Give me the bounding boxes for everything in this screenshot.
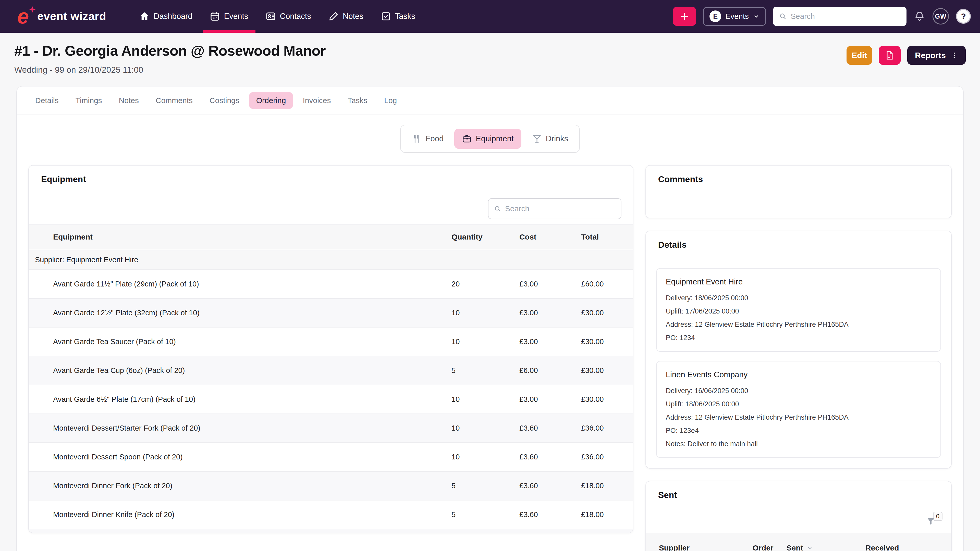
brand-logo-icon: e xyxy=(16,6,35,27)
item-total: £36.00 xyxy=(581,453,633,461)
equipment-search-input[interactable] xyxy=(505,204,615,213)
table-row[interactable]: Avant Garde 11½" Plate (29cm) (Pack of 1… xyxy=(29,269,633,298)
item-name: Monteverdi Dinner Fork (Pack of 20) xyxy=(29,482,452,490)
table-row[interactable]: Monteverdi Dinner Knife (Pack of 20) 5 £… xyxy=(29,500,633,529)
column-quantity: Quantity xyxy=(452,233,519,241)
item-name: Monteverdi Dessert Spoon (Pack of 20) xyxy=(29,453,452,461)
page-title: #1 - Dr. Georgia Anderson @ Rosewood Man… xyxy=(14,42,326,59)
segment-drinks[interactable]: Drinks xyxy=(525,129,576,149)
context-badge: E xyxy=(710,11,721,22)
nav-item-notes[interactable]: Notes xyxy=(320,0,372,33)
item-total: £18.00 xyxy=(581,510,633,519)
funnel-icon[interactable] xyxy=(926,517,935,526)
nav-label: Dashboard xyxy=(154,12,192,21)
item-total: £60.00 xyxy=(581,280,633,288)
supplier-address: Address: 12 Glenview Estate Pitlochry Pe… xyxy=(666,320,931,329)
item-cost: £3.60 xyxy=(519,424,581,432)
nav-item-events[interactable]: Events xyxy=(201,0,257,33)
supplier-delivery: Delivery: 18/06/2025 00:00 xyxy=(666,293,931,303)
item-cost: £3.00 xyxy=(519,309,581,317)
tab-log[interactable]: Log xyxy=(377,92,404,109)
sent-card: Sent 0 Supplier Order Sent xyxy=(646,481,952,551)
nav-item-dashboard[interactable]: Dashboard xyxy=(130,0,201,33)
app-header: e event wizard Dashboard Events xyxy=(0,0,980,33)
item-total: £36.00 xyxy=(581,424,633,432)
details-card-title: Details xyxy=(658,240,939,250)
item-cost: £3.60 xyxy=(519,510,581,519)
bell-icon[interactable] xyxy=(914,11,925,22)
help-button[interactable]: ? xyxy=(956,9,971,24)
document-button[interactable] xyxy=(879,46,900,65)
table-row[interactable]: Monteverdi Dessert Spoon (Pack of 20) 10… xyxy=(29,442,633,471)
item-quantity: 5 xyxy=(452,366,519,375)
user-avatar[interactable]: GW xyxy=(932,8,949,24)
search-icon xyxy=(779,12,787,21)
table-row[interactable]: Monteverdi Dinner Fork (Pack of 20) 5 £3… xyxy=(29,471,633,500)
page-header: #1 - Dr. Georgia Anderson @ Rosewood Man… xyxy=(14,42,966,75)
item-name: Avant Garde Tea Saucer (Pack of 10) xyxy=(29,338,452,346)
nav-label: Events xyxy=(224,12,248,21)
item-quantity: 10 xyxy=(452,453,519,461)
sent-column-order: Order xyxy=(752,544,787,551)
table-row[interactable]: Avant Garde 12½" Plate (32cm) (Pack of 1… xyxy=(29,298,633,327)
column-cost: Cost xyxy=(519,233,581,241)
tab-invoices[interactable]: Invoices xyxy=(296,92,338,109)
supplier-po: PO: 1234 xyxy=(666,333,931,343)
header-actions: E Events GW ? xyxy=(673,0,971,33)
table-row[interactable]: Avant Garde 6½" Plate (17cm) (Pack of 10… xyxy=(29,385,633,413)
ordering-category-switcher: Food Equipment Drinks xyxy=(17,125,963,153)
brand-logo[interactable]: e event wizard xyxy=(16,0,106,33)
nav-item-contacts[interactable]: Contacts xyxy=(257,0,320,33)
segment-label: Equipment xyxy=(476,134,514,143)
edit-button[interactable]: Edit xyxy=(846,46,872,65)
tab-costings[interactable]: Costings xyxy=(202,92,247,109)
event-panel: Details Timings Notes Comments Costings … xyxy=(16,86,964,551)
segment-food[interactable]: Food xyxy=(404,129,452,149)
page-subtitle: Wedding - 99 on 29/10/2025 11:00 xyxy=(14,65,326,75)
tab-details[interactable]: Details xyxy=(28,92,66,109)
table-row-partial xyxy=(29,529,633,533)
sent-column-sent[interactable]: Sent xyxy=(787,544,865,551)
contact-card-icon xyxy=(266,11,276,21)
equipment-card-title: Equipment xyxy=(41,174,620,184)
tab-notes[interactable]: Notes xyxy=(112,92,146,109)
tab-timings[interactable]: Timings xyxy=(68,92,109,109)
segment-equipment[interactable]: Equipment xyxy=(454,129,521,149)
segmented-control: Food Equipment Drinks xyxy=(400,125,580,153)
equipment-card: Equipment Equipment Quantity Cost Total … xyxy=(28,165,633,533)
cocktail-icon xyxy=(532,134,542,144)
item-quantity: 10 xyxy=(452,309,519,317)
home-icon xyxy=(139,11,150,21)
item-cost: £3.60 xyxy=(519,453,581,461)
reports-button[interactable]: Reports xyxy=(907,46,966,65)
table-row[interactable]: Monteverdi Dessert/Starter Fork (Pack of… xyxy=(29,413,633,442)
column-total: Total xyxy=(581,233,633,241)
tab-tasks[interactable]: Tasks xyxy=(341,92,375,109)
global-search-input[interactable] xyxy=(791,12,900,21)
item-total: £30.00 xyxy=(581,338,633,346)
nav-item-tasks[interactable]: Tasks xyxy=(372,0,424,33)
add-button[interactable] xyxy=(673,7,696,26)
search-icon xyxy=(494,205,501,213)
supplier-details-block: Linen Events Company Delivery: 16/06/202… xyxy=(656,361,941,458)
plus-icon xyxy=(679,11,690,22)
main-nav: Dashboard Events Contacts xyxy=(130,0,424,33)
event-tabs: Details Timings Notes Comments Costings … xyxy=(17,86,963,115)
item-cost: £3.00 xyxy=(519,395,581,403)
supplier-delivery: Delivery: 16/06/2025 00:00 xyxy=(666,386,931,395)
chevron-down-icon xyxy=(807,545,813,551)
supplier-uplift: Uplift: 17/06/2025 00:00 xyxy=(666,306,931,316)
table-row[interactable]: Avant Garde Tea Cup (6oz) (Pack of 20) 5… xyxy=(29,356,633,385)
context-switcher[interactable]: E Events xyxy=(703,7,766,26)
briefcase-icon xyxy=(462,134,472,144)
equipment-search xyxy=(488,198,621,219)
nav-label: Contacts xyxy=(280,12,311,21)
table-row[interactable]: Avant Garde Tea Saucer (Pack of 10) 10 £… xyxy=(29,327,633,356)
item-total: £30.00 xyxy=(581,309,633,317)
utensils-icon xyxy=(412,134,422,144)
tab-ordering[interactable]: Ordering xyxy=(249,92,293,109)
comments-card: Comments xyxy=(646,165,952,218)
tab-comments[interactable]: Comments xyxy=(148,92,200,109)
sent-filter-row: 0 xyxy=(646,509,951,532)
chevron-down-icon xyxy=(753,13,759,20)
